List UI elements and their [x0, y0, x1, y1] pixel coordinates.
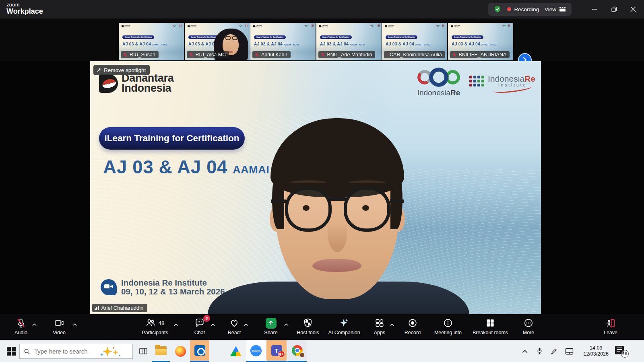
mini-slide-title: AJ 03 & AJ 04 AAMAI - AAAIJ — [320, 41, 365, 46]
remove-spotlight-button[interactable]: Remove spotlight — [93, 65, 150, 75]
heart-icon — [229, 318, 239, 328]
taskbar-search[interactable] — [19, 344, 133, 359]
video-options-chevron[interactable] — [72, 321, 77, 328]
info-icon — [443, 318, 453, 328]
speaker-name-label: Arief Chaharuddin — [92, 304, 147, 312]
mini-slide-title: AJ 03 & AJ 04 AAMAI - AAAIJ — [386, 41, 431, 46]
tray-clock[interactable]: 14:09 12/03/2026 — [583, 345, 609, 357]
apps-grid-icon — [374, 318, 385, 328]
tray-expand-chevron[interactable] — [519, 346, 530, 357]
participants-options-chevron[interactable] — [174, 321, 178, 328]
notification-center-button[interactable]: 16 — [615, 346, 629, 357]
mini-slide-title: AJ 03 & AJ 04 AAMAI - AAAIJ — [122, 41, 167, 46]
chat-options-chevron[interactable] — [211, 321, 215, 328]
participant-thumbnail[interactable]: DanantaraIndonesia iLearn Training for C… — [316, 23, 382, 60]
host-tools-button[interactable]: Host tools — [290, 317, 326, 335]
apps-options-chevron[interactable] — [390, 321, 394, 328]
danantara-mini-logo: DanantaraIndonesia — [319, 25, 328, 27]
security-shield-icon[interactable] — [493, 5, 502, 13]
mic-muted-icon — [320, 52, 325, 57]
recording-indicator[interactable]: Recording — [507, 6, 539, 12]
zoom-workplace-logo: zoom Workplace — [6, 2, 43, 15]
mini-logos — [437, 25, 445, 27]
danantara-mini-logo: DanantaraIndonesia — [122, 25, 130, 27]
meeting-info-button[interactable]: Meeting info — [428, 317, 468, 335]
more-button[interactable]: More — [514, 317, 543, 335]
close-button[interactable] — [627, 3, 639, 15]
mini-slide-title: AJ 03 & AJ 04 AAMAI - AAAIJ — [452, 41, 497, 46]
connection-bars-icon — [95, 306, 99, 310]
mini-logos — [173, 25, 182, 27]
mic-muted-icon — [189, 52, 194, 57]
danantara-mini-logo: DanantaraIndonesia — [253, 25, 262, 27]
participant-name-label: CAR_Khoirunnisa Aulia — [384, 51, 445, 58]
more-ellipsis-icon — [523, 318, 534, 328]
tray-microphone-icon[interactable] — [534, 346, 545, 357]
chrome-icon — [292, 345, 303, 356]
chrome-profile-avatar — [299, 352, 305, 358]
meeting-toolbar: Audio Video 48 Participants 2 Chat R — [0, 314, 644, 340]
share-screen-icon — [266, 318, 277, 329]
mini-logos — [305, 25, 314, 27]
video-button[interactable]: Video — [43, 317, 75, 335]
meeting-status-pill: Recording View — [488, 3, 572, 16]
participant-thumbnail[interactable]: DanantaraIndonesia iLearn Training for C… — [448, 23, 513, 60]
zoom-meeting-window: zoom Workplace Recording View DanantaraI… — [0, 0, 644, 362]
breakout-rooms-icon — [485, 318, 495, 328]
search-icon — [24, 348, 30, 355]
audio-options-chevron[interactable] — [32, 321, 37, 328]
shield-icon — [303, 318, 313, 328]
pin-icon — [96, 68, 101, 73]
teams-button[interactable]: T9+ — [266, 340, 287, 362]
copilot-sparkle-icon — [99, 346, 122, 357]
mic-muted-icon — [452, 52, 457, 57]
view-button[interactable]: View — [545, 6, 566, 12]
view-grid-icon — [559, 6, 566, 12]
google-drive-icon — [230, 346, 242, 356]
chrome-button[interactable] — [287, 340, 307, 362]
participant-thumbnail[interactable]: DanantaraIndonesia iLearn Training for C… — [250, 23, 316, 60]
chat-unread-badge: 2 — [203, 315, 210, 322]
danantara-mini-logo: DanantaraIndonesia — [451, 25, 460, 27]
speaker-person — [90, 61, 541, 314]
start-button[interactable] — [3, 340, 19, 362]
mic-muted-icon — [254, 52, 259, 57]
participant-thumbnail[interactable]: DanantaraIndonesia iLearn Training for C… — [119, 23, 184, 60]
tray-pen-icon[interactable] — [548, 346, 559, 357]
share-options-chevron[interactable] — [284, 321, 289, 328]
mini-logos — [371, 25, 380, 27]
mini-slide-pill: iLearn Training for Certification — [386, 35, 417, 39]
file-explorer-icon — [155, 346, 167, 355]
firefox-button[interactable] — [171, 340, 189, 362]
windows-logo-icon — [7, 347, 16, 356]
participant-thumbnail[interactable]: DanantaraIndonesia iLearn Training for C… — [185, 23, 250, 60]
breakout-rooms-button[interactable]: Breakout rooms — [466, 317, 514, 335]
outlook-button[interactable] — [190, 340, 209, 362]
restore-button[interactable] — [608, 3, 620, 15]
participant-thumbnail[interactable]: DanantaraIndonesia iLearn Training for C… — [382, 23, 447, 60]
firefox-icon — [175, 346, 186, 357]
participant-name-label: Abdul Kadir — [252, 51, 291, 58]
google-drive-button[interactable] — [226, 340, 246, 362]
leave-button[interactable]: Leave — [594, 317, 627, 335]
ai-sparkle-icon — [339, 318, 349, 328]
record-button[interactable]: Record — [396, 317, 429, 335]
task-view-button[interactable] — [135, 340, 151, 362]
participants-button[interactable]: 48 Participants — [133, 317, 177, 335]
mini-slide-pill: iLearn Training for Certification — [452, 35, 483, 39]
tray-touchpad-icon[interactable] — [564, 346, 575, 357]
ai-companion-button[interactable]: AI Companion — [324, 317, 364, 335]
share-button[interactable]: Share — [255, 317, 287, 335]
zoom-app-button[interactable]: zoom — [246, 340, 266, 362]
outlook-icon — [194, 345, 205, 356]
file-explorer-button[interactable] — [152, 340, 170, 362]
mic-muted-icon — [123, 52, 128, 57]
search-input[interactable] — [34, 348, 95, 355]
mic-muted-icon — [386, 52, 388, 57]
react-options-chevron[interactable] — [244, 321, 248, 328]
spotlight-video[interactable]: DanantaraIndonesia IndonesiaRe Indonesia… — [90, 61, 541, 314]
recording-dot-icon — [507, 7, 511, 11]
minimize-button[interactable] — [588, 3, 601, 15]
task-view-icon — [139, 347, 148, 355]
mini-slide-pill: iLearn Training for Certification — [254, 35, 286, 39]
